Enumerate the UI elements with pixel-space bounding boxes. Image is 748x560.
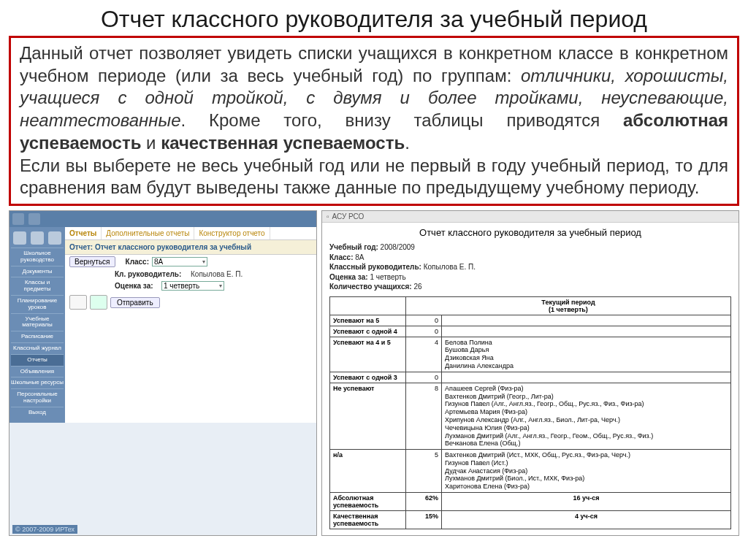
- row-label: Успевают с одной 3: [330, 372, 406, 383]
- form-area: Отчеты Дополнительные отчеты Конструктор…: [65, 227, 316, 423]
- desc-period: .: [405, 133, 410, 153]
- print-icon[interactable]: [69, 295, 87, 310]
- user-icon[interactable]: [31, 231, 44, 245]
- sidebar-item[interactable]: Объявления: [11, 366, 64, 377]
- foot-val: 16 уч-ся: [442, 493, 731, 511]
- row-names: Вахтенков Дмитрий (Ист., МХК, Общ., Рус.…: [442, 450, 731, 493]
- tab-constructor[interactable]: Конструктор отчето: [194, 227, 270, 239]
- report-window-title: ▫ АСУ РСО: [322, 211, 739, 223]
- row-label: Успевают с одной 4: [330, 326, 406, 337]
- period-header: Текущий период (1 четверть): [406, 296, 731, 315]
- foot-pct: 15%: [406, 511, 442, 529]
- meta-year-v: 2008/2009: [381, 243, 415, 251]
- row-names: [442, 315, 731, 326]
- teacher-label: Кл. руководитель:: [115, 270, 188, 278]
- row-names: Белова ПолинаБушова ДарьяДзиковская ЯнаД…: [442, 337, 731, 372]
- app-header: [9, 211, 316, 227]
- foot-label: Качественная успеваемость: [330, 511, 406, 529]
- window-label: АСУ РСО: [332, 212, 365, 220]
- period-sub: (1 четверть): [549, 306, 588, 313]
- help-icon[interactable]: [48, 231, 61, 245]
- period-header-text: Текущий период: [541, 299, 595, 306]
- meta-count-l: Количество учащихся:: [329, 283, 412, 291]
- row-count: 8: [406, 383, 442, 449]
- foot-val: 4 уч-ся: [442, 511, 731, 529]
- row-names: Апашеев Сергей (Физ-ра)Вахтенков Дмитрий…: [442, 383, 731, 449]
- sidebar-item[interactable]: Классный журнал: [11, 342, 64, 354]
- desc-bold-2: качественная успеваемость: [161, 133, 405, 153]
- row-count: 4: [406, 337, 442, 372]
- tabs: Отчеты Дополнительные отчеты Конструктор…: [65, 227, 316, 240]
- sidebar-item[interactable]: Расписание: [11, 331, 64, 342]
- report-title-bar: Отчет: Отчет классного руководителя за у…: [65, 240, 316, 255]
- grade-select[interactable]: 1 четверть: [161, 281, 224, 291]
- row-label: Успевают на 4 и 5: [330, 337, 406, 372]
- slide-title: Отчет классного руководителя за учебный …: [0, 0, 748, 36]
- tab-reports[interactable]: Отчеты: [65, 227, 102, 239]
- foot-label: Абсолютная успеваемость: [330, 493, 406, 511]
- row-names: [442, 372, 731, 383]
- back-button[interactable]: Вернуться: [69, 256, 115, 267]
- tab-extra-reports[interactable]: Дополнительные отчеты: [102, 227, 194, 239]
- row-count: 0: [406, 372, 442, 383]
- description-box: Данный отчет позволяет увидеть списки уч…: [9, 36, 739, 206]
- row-count: 5: [406, 450, 442, 493]
- sidebar: Школьное руководствоДокументыКлассы и пр…: [9, 227, 65, 423]
- meta-teacher-v: Копылова Е. П.: [424, 263, 476, 271]
- report-label: Отчет:: [69, 243, 93, 251]
- foot-pct: 62%: [406, 493, 442, 511]
- report-title: Отчет классного руководителя за учебный …: [322, 223, 739, 242]
- sidebar-item[interactable]: Школьные ресурсы: [11, 377, 64, 388]
- meta-year-l: Учебный год:: [329, 243, 378, 251]
- meta-teacher-l: Классный руководитель:: [329, 263, 421, 271]
- excel-icon[interactable]: [90, 295, 107, 310]
- teacher-value: Копылова Е. П.: [191, 270, 243, 278]
- sidebar-item[interactable]: Учебные материалы: [11, 313, 64, 331]
- meta-grade-v: 1 четверть: [370, 273, 405, 281]
- header-icon: [28, 213, 40, 225]
- row-count: 0: [406, 315, 442, 326]
- row-count: 0: [406, 326, 442, 337]
- desc-and: и: [141, 133, 161, 153]
- row-label: Не успевают: [330, 383, 406, 449]
- row-label: н/а: [330, 450, 406, 493]
- send-button[interactable]: Отправить: [110, 297, 160, 308]
- meta-grade-l: Оценка за:: [329, 273, 368, 281]
- class-select[interactable]: 8А: [152, 257, 207, 266]
- header-icon: [12, 213, 24, 225]
- row-names: [442, 326, 731, 337]
- meta-class-v: 8А: [355, 253, 364, 261]
- sidebar-item[interactable]: Документы: [11, 266, 64, 277]
- sidebar-item[interactable]: Планирование уроков: [11, 295, 64, 313]
- empty-header: [330, 296, 406, 315]
- sidebar-item[interactable]: Персональные настройки: [11, 388, 64, 407]
- meta-count-v: 26: [413, 283, 421, 291]
- sidebar-item[interactable]: Выход: [11, 407, 64, 418]
- grade-label: Оценка за:: [115, 282, 159, 290]
- meta-class-l: Класс:: [329, 253, 353, 261]
- doc-icon: ▫: [327, 212, 329, 220]
- sidebar-item[interactable]: Отчеты: [11, 354, 64, 366]
- report-table: Текущий период (1 четверть) Успевают на …: [329, 296, 731, 530]
- desc-p2: Если вы выберете не весь учебный год или…: [20, 156, 728, 198]
- row-label: Успевают на 5: [330, 315, 406, 326]
- sidebar-item[interactable]: Школьное руководство: [11, 248, 64, 266]
- class-label: Класс:: [126, 258, 149, 266]
- desc-text-2: . Кроме того, внизу таблицы приводятся: [181, 110, 623, 130]
- report-name: Отчет классного руководителя за учебный: [95, 243, 251, 251]
- copyright: © 2007-2009 ИРТех: [12, 525, 77, 534]
- home-icon[interactable]: [13, 231, 26, 245]
- sidebar-item[interactable]: Классы и предметы: [11, 277, 64, 295]
- report-window: ▫ АСУ РСО Отчет классного руководителя з…: [321, 210, 739, 536]
- report-meta: Учебный год: 2008/2009 Класс: 8А Классны…: [322, 242, 739, 296]
- app-window-left: Школьное руководствоДокументыКлассы и пр…: [9, 210, 317, 536]
